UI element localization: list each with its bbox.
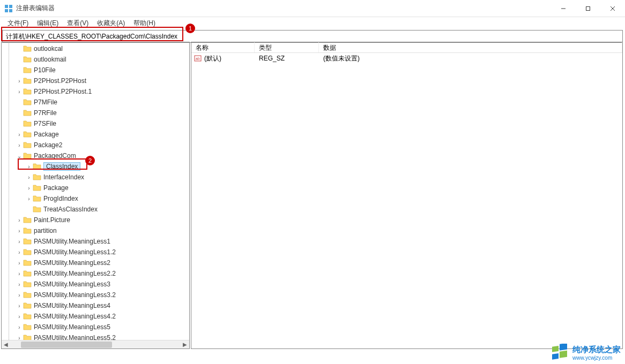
tree-node[interactable]: ›PASMUtility.MeaningLess2.2 (2, 268, 189, 279)
tree-node[interactable]: ›InterfaceIndex (2, 172, 189, 183)
chevron-icon[interactable]: › (25, 175, 33, 180)
folder-icon (23, 141, 32, 149)
string-icon: ab (194, 55, 202, 62)
tree-node[interactable]: ·outlookcal (2, 43, 189, 54)
chevron-icon[interactable]: › (16, 142, 23, 148)
chevron-icon[interactable]: › (16, 324, 23, 330)
tree-node[interactable]: ›Package2 (2, 140, 189, 150)
list-pane[interactable]: 名称 类型 数据 ab(默认)REG_SZ(数值未设置) (191, 42, 623, 349)
tree-label: Package (34, 131, 62, 138)
svg-rect-11 (560, 344, 567, 351)
chevron-icon[interactable]: › (16, 78, 23, 84)
chevron-icon[interactable]: › (25, 164, 33, 170)
tree-label: P7RFile (34, 109, 60, 117)
folder-icon (23, 120, 32, 127)
tree-label: P7MFile (34, 98, 61, 106)
menu-edit[interactable]: 编辑(E) (33, 18, 63, 29)
tree-node[interactable]: ›PASMUtility.MeaningLess3 (2, 279, 189, 290)
tree-label: Package2 (34, 141, 65, 149)
tree-node[interactable]: ·P10File (2, 65, 189, 75)
chevron-icon[interactable]: › (16, 132, 23, 138)
tree-label: Paint.Picture (34, 216, 73, 224)
chevron-icon[interactable]: › (25, 196, 33, 202)
folder-icon (23, 98, 32, 106)
tree-node[interactable]: ›PASMUtility.MeaningLess4 (2, 300, 189, 311)
tree-label: outlookcal (34, 45, 66, 52)
scroll-right-icon[interactable]: ▶ (181, 342, 189, 347)
tree-label: TreatAsClassIndex (43, 206, 101, 213)
tree-node[interactable]: ›PASMUtility.MeaningLess1 (2, 236, 189, 247)
svg-rect-0 (5, 5, 8, 8)
tree-node[interactable]: ›PASMUtility.MeaningLess1.2 (2, 247, 189, 257)
menu-view[interactable]: 查看(V) (63, 18, 93, 29)
chevron-icon[interactable]: › (25, 185, 33, 191)
h-scrollbar[interactable]: ◀ ▶ (2, 340, 189, 348)
col-name[interactable]: 名称 (191, 42, 255, 52)
tree-node[interactable]: ·P7MFile (2, 97, 189, 108)
cell-data: (数值未设置) (319, 54, 622, 63)
tree-label: P7SFile (34, 120, 59, 127)
folder-icon (23, 56, 32, 63)
tree-node[interactable]: ·outlookmail (2, 54, 189, 65)
chevron-icon[interactable]: › (16, 303, 23, 309)
tree-node[interactable]: ·P7SFile (2, 118, 189, 129)
tree-node[interactable]: ›partition (2, 225, 189, 236)
menu-favorites[interactable]: 收藏夹(A) (93, 18, 129, 29)
folder-icon (23, 216, 32, 224)
tree-node[interactable]: ›ClassIndex (2, 161, 189, 172)
chevron-icon[interactable]: › (16, 228, 23, 234)
list-row[interactable]: ab(默认)REG_SZ(数值未设置) (191, 53, 622, 64)
tree-label: ClassIndex (43, 162, 80, 171)
folder-icon (23, 291, 32, 299)
minimize-button[interactable] (551, 0, 576, 17)
cell-name: (默认) (204, 54, 255, 63)
chevron-icon[interactable]: › (16, 314, 23, 320)
maximize-button[interactable] (576, 0, 600, 17)
watermark-icon (551, 344, 569, 362)
tree-pane[interactable]: ·outlookcal·outlookmail·P10File›P2PHost.… (1, 42, 190, 349)
svg-text:ab: ab (196, 57, 200, 60)
menu-file[interactable]: 文件(F) (3, 18, 33, 29)
chevron-icon[interactable]: › (16, 89, 23, 95)
chevron-icon[interactable]: ⌄ (16, 153, 23, 159)
tree-node[interactable]: ›Paint.Picture (2, 215, 189, 225)
tree-node[interactable]: ›ProgIdIndex (2, 193, 189, 204)
col-data[interactable]: 数据 (319, 42, 622, 52)
svg-rect-10 (552, 346, 559, 352)
scroll-left-icon[interactable]: ◀ (2, 342, 10, 347)
list-header: 名称 类型 数据 (191, 42, 622, 53)
tree-node[interactable]: ›PASMUtility.MeaningLess5 (2, 322, 189, 332)
tree-node[interactable]: ›Package (2, 183, 189, 193)
tree-node[interactable]: ·P7RFile (2, 108, 189, 118)
close-button[interactable] (600, 0, 625, 17)
address-bar[interactable]: 计算机\HKEY_CLASSES_ROOT\PackagedCom\ClassI… (2, 30, 623, 43)
address-path: 计算机\HKEY_CLASSES_ROOT\PackagedCom\ClassI… (6, 32, 177, 41)
tree-node[interactable]: ›P2PHost.P2PHost.1 (2, 86, 189, 97)
badge-1: 1 (185, 24, 195, 33)
folder-icon (33, 206, 41, 213)
chevron-icon[interactable]: › (16, 282, 23, 287)
chevron-icon[interactable]: › (16, 217, 23, 223)
chevron-icon[interactable]: › (16, 260, 23, 266)
chevron-icon[interactable]: › (16, 292, 23, 298)
badge-2: 2 (85, 156, 95, 165)
tree-label: PASMUtility.MeaningLess4 (34, 302, 114, 309)
chevron-icon[interactable]: › (16, 239, 23, 245)
tree-label: InterfaceIndex (43, 173, 87, 181)
tree-label: PackagedCom (34, 152, 79, 160)
chevron-icon[interactable]: › (16, 271, 23, 277)
tree-node[interactable]: ·TreatAsClassIndex (2, 204, 189, 215)
tree-node[interactable]: ⌄PackagedCom (2, 150, 189, 161)
tree-node[interactable]: ›PASMUtility.MeaningLess3.2 (2, 290, 189, 300)
chevron-icon[interactable]: › (16, 249, 23, 255)
tree: ·outlookcal·outlookmail·P10File›P2PHost.… (2, 42, 189, 349)
menu-help[interactable]: 帮助(H) (129, 18, 160, 29)
scroll-thumb[interactable] (21, 342, 112, 348)
col-type[interactable]: 类型 (255, 42, 319, 52)
tree-node[interactable]: ›PASMUtility.MeaningLess2 (2, 257, 189, 268)
tree-node[interactable]: ›Package (2, 129, 189, 140)
folder-icon (33, 163, 41, 170)
tree-label: PASMUtility.MeaningLess2 (34, 259, 114, 267)
tree-node[interactable]: ›P2PHost.P2PHost (2, 75, 189, 86)
tree-node[interactable]: ›PASMUtility.MeaningLess4.2 (2, 311, 189, 322)
